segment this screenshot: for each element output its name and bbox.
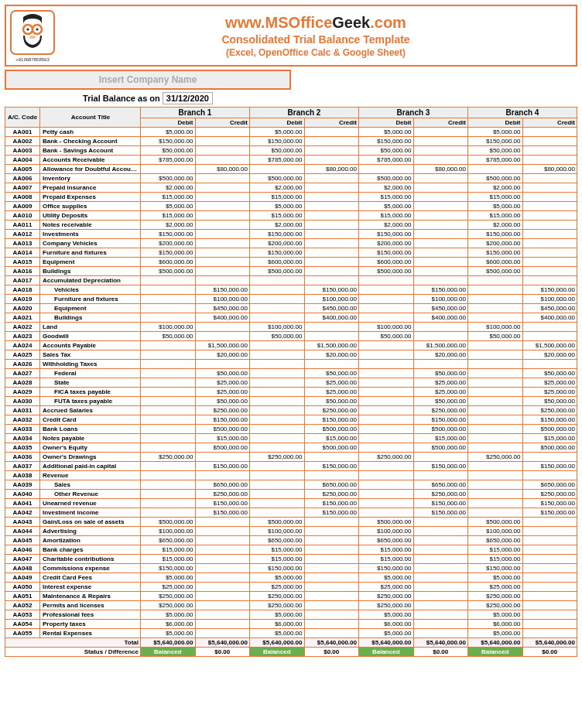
credit-cell[interactable] <box>522 573 577 583</box>
credit-cell[interactable] <box>522 527 577 536</box>
debit-cell[interactable] <box>141 360 196 369</box>
debit-cell[interactable] <box>359 378 414 388</box>
debit-cell[interactable]: $200,000.00 <box>468 239 523 248</box>
credit-cell[interactable] <box>195 258 250 267</box>
debit-cell[interactable]: $5,000.00 <box>468 573 523 583</box>
credit-cell[interactable]: $450,000.00 <box>413 304 468 313</box>
debit-cell[interactable]: $50,000.00 <box>468 332 523 341</box>
credit-cell[interactable]: $150,000.00 <box>413 285 468 295</box>
debit-cell[interactable]: $50,000.00 <box>141 332 196 341</box>
credit-cell[interactable]: $20,000.00 <box>413 350 468 360</box>
credit-cell[interactable]: $150,000.00 <box>195 462 250 471</box>
debit-cell[interactable] <box>359 397 414 406</box>
credit-cell[interactable] <box>304 573 359 583</box>
debit-cell[interactable] <box>250 378 305 388</box>
credit-cell[interactable] <box>413 174 468 183</box>
debit-cell[interactable]: $650,000.00 <box>468 536 523 545</box>
credit-cell[interactable] <box>195 620 250 629</box>
credit-cell[interactable]: $150,000.00 <box>522 499 577 508</box>
debit-cell[interactable]: $15,000.00 <box>250 555 305 564</box>
credit-cell[interactable]: $20,000.00 <box>195 350 250 360</box>
credit-cell[interactable] <box>522 248 577 258</box>
debit-cell[interactable] <box>468 285 523 295</box>
credit-cell[interactable] <box>304 128 359 137</box>
credit-cell[interactable] <box>195 156 250 165</box>
debit-cell[interactable]: $6,000.00 <box>250 620 305 629</box>
debit-cell[interactable] <box>468 341 523 350</box>
debit-cell[interactable]: $100,000.00 <box>141 323 196 332</box>
credit-cell[interactable] <box>522 610 577 620</box>
debit-cell[interactable]: $500,000.00 <box>250 267 305 276</box>
debit-cell[interactable]: $785,000.00 <box>250 156 305 165</box>
debit-cell[interactable] <box>468 397 523 406</box>
credit-cell[interactable] <box>522 629 577 638</box>
credit-cell[interactable] <box>195 239 250 248</box>
debit-cell[interactable] <box>141 425 196 434</box>
credit-cell[interactable] <box>304 211 359 220</box>
debit-cell[interactable]: $5,000.00 <box>359 202 414 211</box>
debit-cell[interactable]: $500,000.00 <box>141 518 196 527</box>
credit-cell[interactable] <box>413 471 468 480</box>
credit-cell[interactable]: $400,000.00 <box>195 313 250 323</box>
credit-cell[interactable]: $450,000.00 <box>195 304 250 313</box>
debit-cell[interactable]: $650,000.00 <box>359 536 414 545</box>
credit-cell[interactable] <box>195 174 250 183</box>
credit-cell[interactable] <box>304 564 359 573</box>
credit-cell[interactable] <box>304 239 359 248</box>
debit-cell[interactable] <box>250 490 305 499</box>
debit-cell[interactable] <box>359 490 414 499</box>
credit-cell[interactable] <box>413 202 468 211</box>
debit-cell[interactable]: $2,000.00 <box>468 220 523 230</box>
credit-cell[interactable] <box>522 128 577 137</box>
credit-cell[interactable] <box>195 202 250 211</box>
debit-cell[interactable] <box>141 295 196 304</box>
debit-cell[interactable] <box>250 443 305 453</box>
debit-cell[interactable] <box>359 285 414 295</box>
debit-cell[interactable] <box>141 378 196 388</box>
credit-cell[interactable] <box>522 267 577 276</box>
debit-cell[interactable]: $5,000.00 <box>250 202 305 211</box>
debit-cell[interactable]: $150,000.00 <box>468 248 523 258</box>
debit-cell[interactable]: $5,000.00 <box>250 128 305 137</box>
debit-cell[interactable] <box>250 165 305 174</box>
debit-cell[interactable]: $250,000.00 <box>359 592 414 601</box>
credit-cell[interactable] <box>195 146 250 156</box>
credit-cell[interactable]: $500,000.00 <box>195 425 250 434</box>
credit-cell[interactable]: $500,000.00 <box>522 425 577 434</box>
credit-cell[interactable] <box>195 573 250 583</box>
credit-cell[interactable] <box>413 332 468 341</box>
credit-cell[interactable]: $50,000.00 <box>522 397 577 406</box>
credit-cell[interactable] <box>304 360 359 369</box>
credit-cell[interactable]: $50,000.00 <box>195 397 250 406</box>
credit-cell[interactable]: $150,000.00 <box>304 508 359 518</box>
debit-cell[interactable]: $5,000.00 <box>141 202 196 211</box>
credit-cell[interactable]: $100,000.00 <box>413 295 468 304</box>
credit-cell[interactable] <box>195 211 250 220</box>
debit-cell[interactable] <box>359 434 414 443</box>
credit-cell[interactable] <box>195 183 250 193</box>
debit-cell[interactable]: $15,000.00 <box>359 545 414 555</box>
debit-cell[interactable]: $250,000.00 <box>250 601 305 610</box>
debit-cell[interactable] <box>250 350 305 360</box>
credit-cell[interactable] <box>522 360 577 369</box>
debit-cell[interactable] <box>250 369 305 378</box>
debit-cell[interactable]: $5,000.00 <box>468 202 523 211</box>
debit-cell[interactable] <box>359 499 414 508</box>
debit-cell[interactable] <box>359 350 414 360</box>
credit-cell[interactable] <box>195 536 250 545</box>
credit-cell[interactable] <box>522 620 577 629</box>
debit-cell[interactable] <box>468 378 523 388</box>
credit-cell[interactable] <box>195 276 250 285</box>
debit-cell[interactable] <box>250 425 305 434</box>
credit-cell[interactable] <box>522 174 577 183</box>
debit-cell[interactable]: $5,000.00 <box>359 573 414 583</box>
credit-cell[interactable]: $250,000.00 <box>304 406 359 415</box>
credit-cell[interactable]: $150,000.00 <box>522 415 577 425</box>
credit-cell[interactable] <box>413 183 468 193</box>
credit-cell[interactable]: $150,000.00 <box>522 508 577 518</box>
debit-cell[interactable]: $600,000.00 <box>250 258 305 267</box>
debit-cell[interactable]: $5,000.00 <box>359 610 414 620</box>
credit-cell[interactable] <box>522 453 577 462</box>
credit-cell[interactable]: $25,000.00 <box>413 388 468 397</box>
debit-cell[interactable] <box>359 480 414 490</box>
